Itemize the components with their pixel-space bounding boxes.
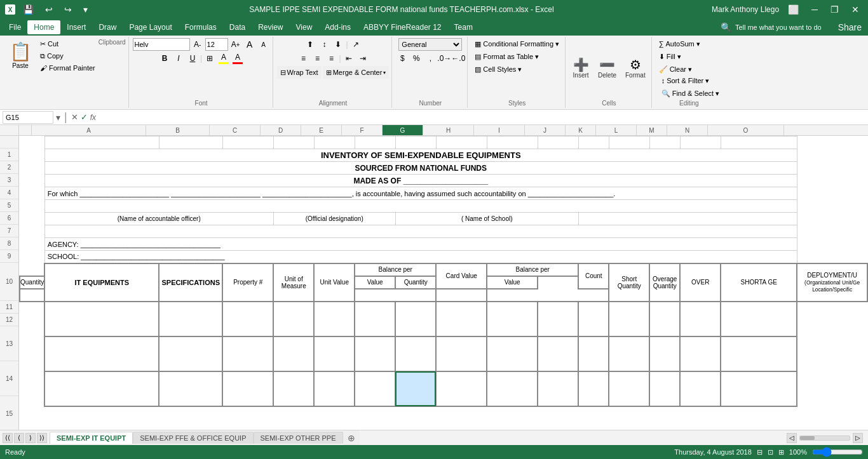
header-bal-val[interactable]: Value bbox=[355, 276, 395, 289]
data-14-E[interactable] bbox=[314, 336, 355, 371]
header-unit-measure[interactable]: Unit of Measure bbox=[273, 263, 314, 302]
bold-button[interactable]: B bbox=[158, 52, 171, 65]
data-14-J[interactable] bbox=[538, 336, 578, 371]
header-specifications[interactable]: SPECIFICATIONS bbox=[159, 263, 222, 302]
share-button[interactable]: Share bbox=[834, 21, 865, 34]
row-num-blank[interactable] bbox=[0, 136, 18, 149]
data-14-H[interactable] bbox=[436, 336, 487, 371]
confirm-formula-button[interactable]: ✓ bbox=[81, 112, 88, 122]
col-header-J[interactable]: J bbox=[525, 125, 566, 135]
dec-decrease-button[interactable]: ←.0 bbox=[452, 52, 465, 65]
scroll-right-button[interactable]: ▷ bbox=[853, 433, 863, 443]
data-13-C[interactable] bbox=[222, 302, 273, 336]
align-right-button[interactable]: ≡ bbox=[325, 52, 337, 65]
col-header-E[interactable]: E bbox=[301, 125, 342, 135]
col-header-C[interactable]: C bbox=[210, 125, 261, 135]
customize-qat-button[interactable]: ▾ bbox=[79, 3, 92, 16]
header-deployment[interactable]: DEPLOYMENT/U(Organizational Unit/Ge Loca… bbox=[797, 263, 867, 302]
data-14-I[interactable] bbox=[487, 336, 538, 371]
data-13-G[interactable] bbox=[395, 302, 436, 336]
ribbon-display-button[interactable]: ⬜ bbox=[784, 3, 803, 16]
menu-data[interactable]: Data bbox=[223, 20, 252, 34]
sort-filter-button[interactable]: ↕ Sort & Filter ▾ bbox=[658, 75, 713, 86]
header-short-qty[interactable]: Short Quantity bbox=[609, 263, 649, 302]
menu-insert[interactable]: Insert bbox=[60, 20, 92, 34]
data-15-B[interactable] bbox=[159, 371, 222, 406]
align-middle-button[interactable]: ↕ bbox=[318, 38, 330, 51]
menu-draw[interactable]: Draw bbox=[92, 20, 123, 34]
font-size-decrease-button[interactable]: A- bbox=[191, 38, 204, 51]
data-15-G[interactable] bbox=[395, 371, 436, 406]
header-balance-per[interactable]: Balance per bbox=[355, 263, 436, 276]
view-normal-icon[interactable]: ⊟ bbox=[757, 448, 763, 456]
row-6-designation[interactable]: (Official designation) bbox=[273, 213, 395, 225]
fill-button[interactable]: ⬇ Fill ▾ bbox=[656, 51, 684, 62]
header-empty-3[interactable] bbox=[436, 289, 487, 302]
header-property[interactable]: Property # bbox=[222, 263, 273, 302]
cancel-formula-button[interactable]: ✕ bbox=[71, 112, 78, 122]
data-13-O[interactable] bbox=[721, 302, 797, 336]
indent-increase-button[interactable]: ⇥ bbox=[356, 52, 369, 65]
row-num-6[interactable]: 6 bbox=[0, 212, 18, 225]
header-unit-value[interactable]: Unit Value bbox=[314, 263, 355, 302]
data-14-C[interactable] bbox=[222, 336, 273, 371]
row-9-cell[interactable]: SCHOOL: ________________________________… bbox=[44, 251, 797, 263]
font-size-shrink-button[interactable]: A bbox=[257, 38, 270, 51]
header-over[interactable]: OVER bbox=[680, 263, 721, 302]
row-num-7[interactable]: 7 bbox=[0, 225, 18, 237]
data-15-N[interactable] bbox=[680, 371, 721, 406]
row-num-10[interactable]: 10 bbox=[0, 263, 18, 301]
dec-increase-button[interactable]: .0→ bbox=[438, 52, 451, 65]
restore-button[interactable]: ❐ bbox=[827, 3, 843, 16]
data-15-E[interactable] bbox=[314, 371, 355, 406]
header-balance-per2[interactable]: Balance per bbox=[487, 263, 578, 276]
data-13-L[interactable] bbox=[609, 302, 649, 336]
col-header-K[interactable]: K bbox=[566, 125, 596, 135]
sheet-tab-it-equipt[interactable]: SEMI-EXP IT EQUIPT bbox=[50, 432, 133, 444]
merge-center-button[interactable]: ⊞ Merge & Center ▾ bbox=[323, 66, 390, 79]
menu-pagelayout[interactable]: Page Layout bbox=[123, 20, 178, 34]
menu-home[interactable]: Home bbox=[27, 20, 60, 34]
data-13-D[interactable] bbox=[273, 302, 314, 336]
data-14-L[interactable] bbox=[609, 336, 649, 371]
col-header-D[interactable]: D bbox=[261, 125, 301, 135]
percent-button[interactable]: % bbox=[410, 52, 423, 65]
zoom-slider[interactable] bbox=[812, 447, 863, 457]
data-14-B[interactable] bbox=[159, 336, 222, 371]
row-6-name[interactable]: (Name of accountable officer) bbox=[44, 213, 273, 225]
copy-button[interactable]: ⧉ Copy bbox=[37, 50, 98, 62]
menu-formulas[interactable]: Formulas bbox=[179, 20, 223, 34]
align-center-button[interactable]: ≡ bbox=[311, 52, 323, 65]
col-header-B[interactable]: B bbox=[146, 125, 210, 135]
add-sheet-button[interactable]: ⊕ bbox=[343, 430, 360, 446]
data-13-A[interactable] bbox=[44, 302, 159, 336]
view-page-icon[interactable]: ⊡ bbox=[768, 448, 773, 456]
data-14-D[interactable] bbox=[273, 336, 314, 371]
col-header-A[interactable]: A bbox=[32, 125, 146, 135]
conditional-formatting-button[interactable]: ▦ Conditional Formatting ▾ bbox=[471, 38, 562, 50]
row-num-12[interactable]: 12 bbox=[0, 314, 18, 326]
font-size-grow-button[interactable]: A bbox=[243, 38, 256, 51]
cut-button[interactable]: ✂ Cut bbox=[37, 38, 98, 50]
data-13-E[interactable] bbox=[314, 302, 355, 336]
data-13-K[interactable] bbox=[578, 302, 609, 336]
data-13-M[interactable] bbox=[649, 302, 680, 336]
row-num-4[interactable]: 4 bbox=[0, 187, 18, 199]
menu-file[interactable]: File bbox=[3, 20, 27, 34]
data-14-K[interactable] bbox=[578, 336, 609, 371]
data-14-F[interactable] bbox=[355, 336, 395, 371]
row-num-9[interactable]: 9 bbox=[0, 250, 18, 263]
row-num-1[interactable]: 1 bbox=[0, 149, 18, 161]
cell-styles-button[interactable]: ▧ Cell Styles ▾ bbox=[471, 63, 525, 75]
header-card-value[interactable]: Card Value bbox=[436, 263, 487, 289]
align-bottom-button[interactable]: ⬇ bbox=[332, 38, 344, 51]
sheet-tab-other-ppe[interactable]: SEMI-EXP OTHER PPE bbox=[254, 432, 343, 444]
close-button[interactable]: ✕ bbox=[848, 3, 863, 16]
data-13-J[interactable] bbox=[538, 302, 578, 336]
header-overage-qty[interactable]: Overage Quantity bbox=[649, 263, 680, 302]
row-num-11[interactable]: 11 bbox=[0, 301, 18, 314]
border-button[interactable]: ⊞ bbox=[203, 52, 216, 65]
insert-cells-button[interactable]: ➕ Insert bbox=[569, 51, 592, 86]
find-select-button[interactable]: 🔍 Find & Select ▾ bbox=[658, 88, 722, 99]
menu-team[interactable]: Team bbox=[448, 20, 479, 34]
